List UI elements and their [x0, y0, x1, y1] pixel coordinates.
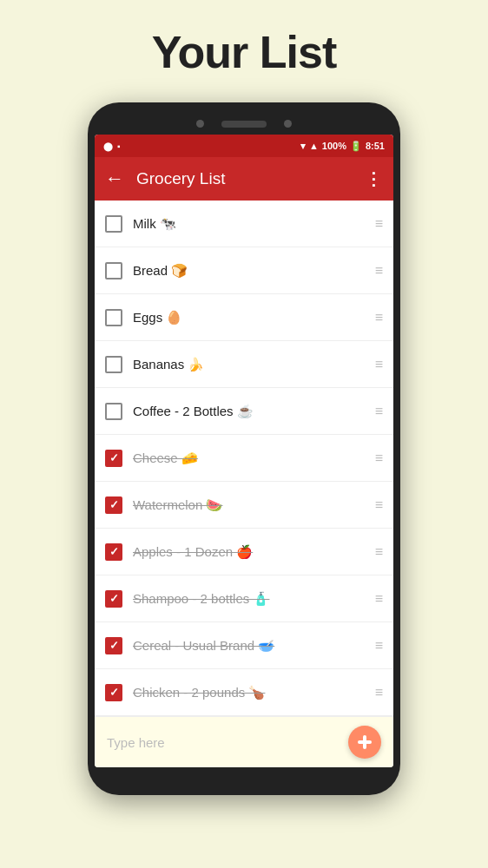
checkbox-8[interactable]: [105, 543, 122, 561]
back-button[interactable]: ←: [105, 168, 124, 190]
list-item: Apples - 1 Dozen 🍎≡: [95, 529, 393, 575]
camera-dot: [196, 120, 204, 128]
drag-handle-7[interactable]: ≡: [375, 498, 383, 512]
checkbox-3[interactable]: [105, 309, 122, 326]
list-item: Chicken - 2 pounds 🍗≡: [95, 669, 393, 716]
drag-handle-3[interactable]: ≡: [375, 311, 383, 325]
drag-handle-8[interactable]: ≡: [375, 545, 383, 559]
list-item: Bread 🍞≡: [95, 247, 393, 294]
list-item: Shampoo - 2 bottles 🧴≡: [95, 575, 393, 622]
drag-handle-10[interactable]: ≡: [375, 639, 383, 653]
list-item: Coffee - 2 Bottles ☕≡: [95, 388, 393, 435]
speaker: [221, 121, 267, 128]
signal-bars-icon: ▲: [309, 141, 319, 151]
list-item: Cheese 🧀≡: [95, 435, 393, 482]
grocery-list: Milk 🐄≡Bread 🍞≡Eggs 🥚≡Bananas 🍌≡Coffee -…: [95, 201, 393, 716]
checkbox-11[interactable]: [105, 684, 122, 701]
signal-icon: ⬤: [103, 141, 113, 151]
item-label-4: Bananas 🍌: [133, 357, 368, 372]
phone-device: ⬤ ▪ ▾ ▲ 100% 🔋 8:51 ← Grocery List ⋮ Mil…: [88, 102, 400, 795]
front-sensor: [284, 120, 292, 128]
checkbox-9[interactable]: [105, 590, 122, 608]
menu-button[interactable]: ⋮: [365, 168, 383, 189]
drag-handle-11[interactable]: ≡: [375, 686, 383, 700]
drag-handle-2[interactable]: ≡: [375, 264, 383, 278]
status-bar: ⬤ ▪ ▾ ▲ 100% 🔋 8:51: [95, 135, 393, 157]
type-here-label[interactable]: Type here: [107, 735, 348, 750]
checkbox-4[interactable]: [105, 356, 122, 373]
item-label-11: Chicken - 2 pounds 🍗: [133, 685, 368, 700]
checkbox-2[interactable]: [105, 262, 122, 279]
list-item: Eggs 🥚≡: [95, 294, 393, 341]
phone-screen: ⬤ ▪ ▾ ▲ 100% 🔋 8:51 ← Grocery List ⋮ Mil…: [95, 135, 393, 767]
status-left-icons: ⬤ ▪: [103, 141, 121, 151]
list-item: Cereal - Usual Brand 🥣≡: [95, 622, 393, 669]
list-item: Watermelon 🍉≡: [95, 482, 393, 529]
item-label-10: Cereal - Usual Brand 🥣: [133, 638, 368, 654]
app-bar: ← Grocery List ⋮: [95, 157, 393, 201]
checkbox-6[interactable]: [105, 450, 122, 467]
item-label-6: Cheese 🧀: [133, 450, 368, 466]
add-item-button[interactable]: [348, 726, 381, 759]
clock: 8:51: [366, 141, 385, 151]
battery-level: 100%: [322, 141, 346, 151]
svg-rect-1: [358, 740, 372, 744]
checkbox-7[interactable]: [105, 496, 122, 514]
list-item: Milk 🐄≡: [95, 201, 393, 247]
item-label-8: Apples - 1 Dozen 🍎: [133, 544, 368, 560]
phone-bottom: [95, 767, 393, 779]
drag-handle-4[interactable]: ≡: [375, 358, 383, 372]
item-label-3: Eggs 🥚: [133, 310, 368, 326]
item-label-9: Shampoo - 2 bottles 🧴: [133, 591, 368, 607]
drag-handle-5[interactable]: ≡: [375, 404, 383, 418]
checkbox-1[interactable]: [105, 215, 122, 233]
checkbox-5[interactable]: [105, 403, 122, 420]
item-label-1: Milk 🐄: [133, 216, 368, 232]
drag-handle-6[interactable]: ≡: [375, 451, 383, 465]
lock-icon: ▪: [117, 141, 121, 151]
status-right-info: ▾ ▲ 100% 🔋 8:51: [300, 141, 385, 152]
drag-handle-9[interactable]: ≡: [375, 592, 383, 606]
list-item: Bananas 🍌≡: [95, 341, 393, 388]
checkbox-10[interactable]: [105, 637, 122, 654]
bottom-input-bar: Type here: [95, 716, 393, 767]
page-title: Your List: [152, 26, 336, 78]
item-label-7: Watermelon 🍉: [133, 497, 368, 513]
battery-icon: 🔋: [350, 141, 362, 152]
app-bar-title: Grocery List: [136, 169, 365, 188]
item-label-2: Bread 🍞: [133, 263, 368, 279]
drag-handle-1[interactable]: ≡: [375, 217, 383, 231]
phone-top-bar: [95, 115, 393, 135]
item-label-5: Coffee - 2 Bottles ☕: [133, 404, 368, 419]
wifi-icon: ▾: [300, 141, 306, 152]
